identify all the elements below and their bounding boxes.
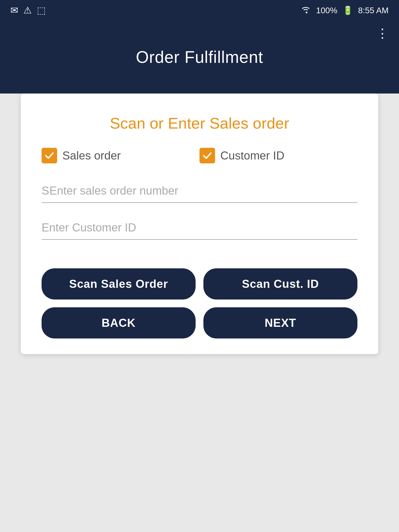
sales-order-label: Sales order [62,149,121,162]
app-title: Order Fulfillment [136,48,263,67]
customer-id-checkbox-visual[interactable] [200,148,215,163]
sales-order-checkbox-visual[interactable] [42,148,57,163]
customer-id-label: Customer ID [220,149,284,162]
main-content: Scan or Enter Sales order Sales order Cu… [0,94,399,532]
app-header: ⋮ Order Fulfillment [0,21,399,94]
screenshot-icon: ⬚ [37,5,46,16]
buttons-area: Scan Sales Order Scan Cust. ID BACK NEXT [42,253,357,338]
card-title: Scan or Enter Sales order [42,114,357,132]
status-bar-left: ✉ ⚠ ⬚ [10,5,46,16]
back-button[interactable]: BACK [42,307,196,338]
customer-id-input-container [42,216,357,240]
time-display: 8:55 AM [358,6,389,15]
customer-id-input[interactable] [42,216,357,240]
status-bar-right: 100% 🔋 8:55 AM [301,5,389,15]
status-bar: ✉ ⚠ ⬚ 100% 🔋 8:55 AM [0,0,399,21]
scan-cust-id-button[interactable]: Scan Cust. ID [203,268,357,300]
scan-buttons-row: Scan Sales Order Scan Cust. ID [42,268,357,300]
alert-icon: ⚠ [23,5,32,16]
battery-icon: 🔋 [343,5,353,15]
scan-sales-order-button[interactable]: Scan Sales Order [42,268,196,300]
checkmark-icon [44,150,55,161]
sales-order-checkbox-item[interactable]: Sales order [42,148,200,163]
checkbox-row: Sales order Customer ID [42,148,357,163]
battery-percent: 100% [316,6,337,15]
form-card: Scan or Enter Sales order Sales order Cu… [21,94,378,354]
customer-id-checkbox-item[interactable]: Customer ID [200,148,357,163]
menu-button[interactable]: ⋮ [376,26,389,41]
sales-order-input[interactable] [42,179,357,203]
next-button[interactable]: NEXT [203,307,357,338]
mail-icon: ✉ [10,5,18,16]
checkmark-icon-2 [202,150,212,161]
sales-order-input-container: S [42,179,357,203]
wifi-icon [301,5,311,15]
nav-buttons-row: BACK NEXT [42,307,357,338]
